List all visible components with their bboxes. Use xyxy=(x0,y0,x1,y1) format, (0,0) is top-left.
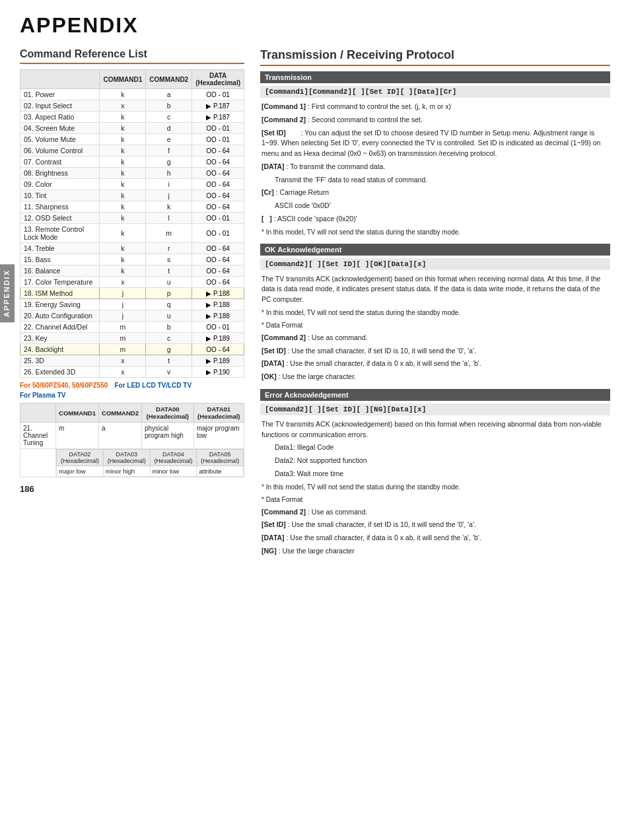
cmd2-val: c xyxy=(146,112,192,123)
cmd1-val: k xyxy=(100,112,146,123)
cmd2-val: q xyxy=(146,299,192,310)
data-val: OO - 64 xyxy=(192,344,244,355)
cmd-name: 24. Backlight xyxy=(20,344,100,355)
data-val: ▶ P.189 xyxy=(192,355,244,367)
cmd2-val: r xyxy=(146,243,192,254)
cmd-name: 16. Balance xyxy=(20,265,100,277)
cmd2-val: b xyxy=(146,322,192,333)
data-val: OO - 64 xyxy=(192,168,244,179)
cmd1-val: j xyxy=(100,288,146,299)
cmd-name: 01. Power xyxy=(20,89,100,100)
cmd2-val: v xyxy=(146,367,192,378)
table-row: 01. Power k a OO - 01 xyxy=(20,89,244,100)
protocol-title: Transmission / Receiving Protocol xyxy=(260,48,610,66)
t2-data02: major low xyxy=(57,466,104,477)
cmd-ref-title: Command Reference List xyxy=(20,48,244,64)
data-val: ▶ P.188 xyxy=(192,310,244,322)
t2-col-cmd2: COMMAND2 xyxy=(99,403,142,423)
cmd1-val: k xyxy=(100,179,146,190)
data-val: ▶ P.188 xyxy=(192,288,244,299)
cmd2-val: g xyxy=(146,344,192,355)
cmd-name: 26. Extended 3D xyxy=(20,367,100,378)
cmd-name: 09. Color xyxy=(20,179,100,190)
transmission-body: [Command 1] : First command to control t… xyxy=(260,102,610,237)
cmd1-val: k xyxy=(100,134,146,145)
table-row: 16. Balance k t OO - 64 xyxy=(20,265,244,277)
cmd-name: 07. Contrast xyxy=(20,157,100,168)
table-row: 05. Volume Mute k e OO - 01 xyxy=(20,134,244,145)
t2-data03: minor high xyxy=(103,466,150,477)
data-val: OO - 64 xyxy=(192,277,244,288)
table-row: 03. Aspect Ratio k c ▶ P.187 xyxy=(20,112,244,123)
cmd2-val: i xyxy=(146,179,192,190)
cmd1-val: k xyxy=(100,265,146,277)
data-val: OO - 01 xyxy=(192,134,244,145)
cmd-name: 03. Aspect Ratio xyxy=(20,112,100,123)
col-header-cmd1: COMMAND1 xyxy=(100,70,146,89)
t2-col-data01: DATA01(Hexadecimal) xyxy=(193,403,244,423)
table-row: 06. Volume Control k f OO - 64 xyxy=(20,145,244,157)
table-row: 12. OSD Select k l OO - 01 xyxy=(20,213,244,224)
cmd1-val: k xyxy=(100,190,146,201)
cmd2-val: k xyxy=(146,201,192,213)
transmission-format: [Command1][Command2][ ][Set ID][ ][Data]… xyxy=(260,86,610,98)
cmd-name: 17. Color Temperature xyxy=(20,277,100,288)
cmd-name: 19. Energy Saving xyxy=(20,299,100,310)
t2-col-data00: DATA00(Hexadecimal) xyxy=(141,403,193,423)
cmd2-val: g xyxy=(146,157,192,168)
right-column: Transmission / Receiving Protocol Transm… xyxy=(260,48,610,563)
cmd-name: 08. Brightness xyxy=(20,168,100,179)
cmd-name: 22. Channel Add/Del xyxy=(20,322,100,333)
cmd1-val: k xyxy=(100,89,146,100)
command-table: COMMAND1 COMMAND2 DATA(Hexadecimal) 01. … xyxy=(20,69,244,378)
cmd2-val: f xyxy=(146,145,192,157)
footnote-plasma: For Plasma TV xyxy=(20,392,65,399)
cmd1-val: k xyxy=(100,224,146,243)
cmd2-val: t xyxy=(146,355,192,367)
cmd-name: 13. Remote Control Lock Mode xyxy=(20,224,100,243)
t2-data05: attribute xyxy=(197,466,244,477)
channel-tuning-table: COMMAND1 COMMAND2 DATA00(Hexadecimal) DA… xyxy=(20,403,244,477)
cmd1-val: k xyxy=(100,201,146,213)
cmd1-val: k xyxy=(100,254,146,265)
table-row: 14. Treble k r OO - 64 xyxy=(20,243,244,254)
data-val: ▶ P.187 xyxy=(192,100,244,112)
transmission-section: Transmission [Command1][Command2][ ][Set… xyxy=(260,71,610,237)
footnotes: For 50/60PZ540, 50/60PZ550 For LED LCD T… xyxy=(20,382,244,399)
col-header-data: DATA(Hexadecimal) xyxy=(192,70,244,89)
t2-col-cmd1: COMMAND1 xyxy=(56,403,99,423)
data-val: ▶ P.189 xyxy=(192,333,244,344)
cmd1-val: k xyxy=(100,213,146,224)
error-ack-format: [Command2][ ][Set ID][ ][NG][Data][x] xyxy=(260,403,610,415)
cmd1-val: k xyxy=(100,168,146,179)
cmd-name: 11. Sharpness xyxy=(20,201,100,213)
cmd2-val: d xyxy=(146,123,192,134)
data-val: ▶ P.188 xyxy=(192,299,244,310)
t2-num: 21. Channel Tuning xyxy=(20,423,56,449)
page-number: 186 xyxy=(20,484,244,494)
cmd-name: 15. Bass xyxy=(20,254,100,265)
cmd2-val: t xyxy=(146,265,192,277)
left-column: Command Reference List COMMAND1 COMMAND2… xyxy=(20,48,244,563)
ok-ack-format: [Command2][ ][Set ID][ ][OK][Data][x] xyxy=(260,258,610,270)
ok-ack-section: OK Acknowledgement [Command2][ ][Set ID]… xyxy=(260,244,610,382)
t2-data00: physical program high xyxy=(141,423,193,449)
cmd2-val: j xyxy=(146,190,192,201)
cmd2-val: u xyxy=(146,310,192,322)
table-row: 17. Color Temperature x u OO - 64 xyxy=(20,277,244,288)
cmd2-val: l xyxy=(146,213,192,224)
cmd-name: 18. ISM Method xyxy=(20,288,100,299)
data-val: OO - 01 xyxy=(192,213,244,224)
data-val: OO - 64 xyxy=(192,145,244,157)
t2-data01: major program low xyxy=(193,423,244,449)
data-val: OO - 64 xyxy=(192,179,244,190)
cmd1-val: k xyxy=(100,243,146,254)
table-row: 20. Auto Configuration j u ▶ P.188 xyxy=(20,310,244,322)
data-val: OO - 64 xyxy=(192,243,244,254)
ok-ack-body: The TV transmits ACK (acknowledgement) b… xyxy=(260,274,610,382)
table-row: 13. Remote Control Lock Mode k m OO - 01 xyxy=(20,224,244,243)
table-row: 11. Sharpness k k OO - 64 xyxy=(20,201,244,213)
table-row: 23. Key m c ▶ P.189 xyxy=(20,333,244,344)
data-val: OO - 64 xyxy=(192,201,244,213)
data-val: OO - 01 xyxy=(192,322,244,333)
